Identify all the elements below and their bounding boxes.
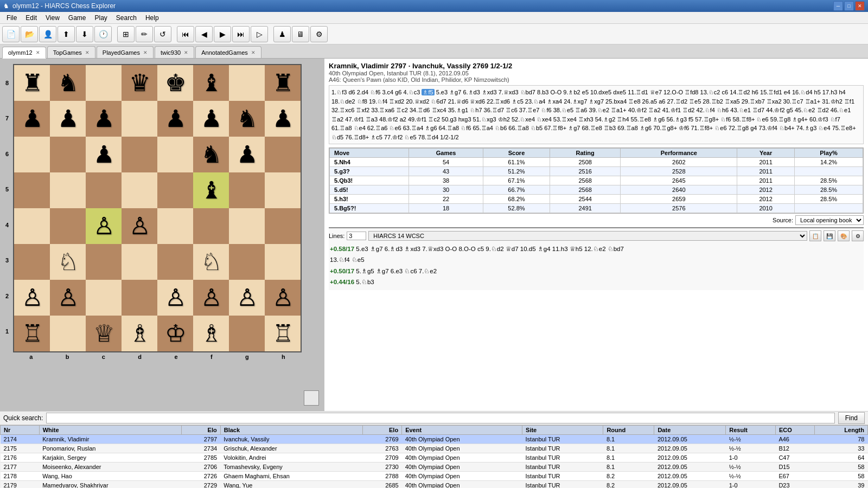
square-d3[interactable] <box>122 244 157 280</box>
current-move[interactable]: ♗f5 <box>422 89 434 95</box>
square-h6[interactable] <box>265 137 301 172</box>
square-b6[interactable] <box>50 137 86 172</box>
square-e3[interactable] <box>157 244 193 280</box>
square-h8[interactable]: ♜ <box>265 65 301 101</box>
square-b2[interactable]: ♙ <box>50 280 86 316</box>
square-d2[interactable] <box>122 280 157 316</box>
download-btn[interactable]: ⬇ <box>76 26 93 42</box>
square-c6[interactable]: ♟ <box>86 137 122 172</box>
menu-search[interactable]: Search <box>112 13 141 23</box>
edit-btn[interactable]: ✏ <box>136 26 153 42</box>
col-rating[interactable]: Rating <box>550 149 621 158</box>
square-c8[interactable] <box>86 65 122 101</box>
col-event[interactable]: Event <box>402 426 522 435</box>
book-row[interactable]: 5.d5! 30 66.7% 2568 2640 2012 28.5% <box>330 185 863 195</box>
menu-file[interactable]: File <box>2 13 21 23</box>
engine-btn[interactable]: 🖥 <box>292 26 309 42</box>
col-eco[interactable]: ECO <box>775 426 814 435</box>
square-f3[interactable]: ♘ <box>193 244 229 280</box>
square-f1[interactable]: ♗ <box>193 316 229 351</box>
square-b1[interactable] <box>50 316 86 351</box>
square-c5[interactable] <box>86 172 122 208</box>
col-white[interactable]: White <box>39 426 181 435</box>
square-e2[interactable]: ♙ <box>157 280 193 316</box>
square-a1[interactable]: ♖ <box>14 316 50 351</box>
col-play[interactable]: Play% <box>794 149 863 158</box>
engine-save-btn[interactable]: 💾 <box>824 230 835 241</box>
game-row[interactable]: 2179 Mamedyarov, Shakhriyar 2729 Wang, Y… <box>1 481 868 489</box>
menu-play[interactable]: Play <box>91 13 112 23</box>
square-a6[interactable] <box>14 137 50 172</box>
col-site[interactable]: Site <box>522 426 603 435</box>
game-row[interactable]: 2175 Ponomariov, Ruslan 2734 Grischuk, A… <box>1 444 868 453</box>
square-g8[interactable] <box>229 65 265 101</box>
tab-annotatedgames[interactable]: AnnotatedGames ✕ <box>195 46 261 58</box>
tab-close-playedgames[interactable]: ✕ <box>143 50 148 55</box>
square-e7[interactable]: ♟ <box>157 101 193 137</box>
tab-close-topgames[interactable]: ✕ <box>85 50 90 55</box>
col-welo[interactable]: Elo <box>182 426 221 435</box>
square-d5[interactable] <box>122 172 157 208</box>
tab-close-olymm12[interactable]: ✕ <box>36 50 40 55</box>
engine-color-btn[interactable]: 🎨 <box>838 230 850 241</box>
restore-btn[interactable]: □ <box>844 1 854 11</box>
col-date[interactable]: Date <box>654 426 726 435</box>
square-a4[interactable] <box>14 208 50 244</box>
player-btn[interactable]: 👤 <box>39 26 56 42</box>
nav-next[interactable]: ▶ <box>214 26 231 42</box>
tab-playedgames[interactable]: PlayedGames ✕ <box>97 46 154 58</box>
square-a8[interactable]: ♜ <box>14 65 50 101</box>
quick-search-input[interactable] <box>46 413 834 423</box>
clock-btn[interactable]: 🕐 <box>94 26 112 42</box>
rotate-btn[interactable]: ↺ <box>154 26 171 42</box>
col-belo[interactable]: Elo <box>363 426 402 435</box>
book-row[interactable]: 5.Bg5?! 18 52.8% 2491 2576 2010 <box>330 204 863 213</box>
square-e1[interactable]: ♔ <box>157 316 193 351</box>
square-d1[interactable]: ♗ <box>122 316 157 351</box>
game-row[interactable]: 2176 Karjakin, Sergey 2785 Volokitin, An… <box>1 453 868 463</box>
menu-view[interactable]: View <box>41 13 64 23</box>
square-d6[interactable] <box>122 137 157 172</box>
square-h4[interactable] <box>265 208 301 244</box>
board-btn[interactable]: ⊞ <box>117 26 135 42</box>
nav-end[interactable]: ⏭ <box>232 26 250 42</box>
square-g5[interactable] <box>229 172 265 208</box>
square-h3[interactable] <box>265 244 301 280</box>
square-e5[interactable] <box>157 172 193 208</box>
square-b8[interactable]: ♞ <box>50 65 86 101</box>
tab-twic930[interactable]: twic930 ✕ <box>155 46 194 58</box>
square-f4[interactable] <box>193 208 229 244</box>
square-c2[interactable] <box>86 280 122 316</box>
square-g3[interactable] <box>229 244 265 280</box>
book-row[interactable]: 5.h3! 22 68.2% 2544 2659 2012 28.5% <box>330 195 863 204</box>
square-d7[interactable] <box>122 101 157 137</box>
square-c4[interactable]: ♙ <box>86 208 122 244</box>
square-g6[interactable]: ♟ <box>229 137 265 172</box>
chess-board[interactable]: ♜♞♛♚♝♜♟♟♟♟♟♞♟♟♞♟♝♙♙♘♘♙♙♙♙♙♙♖♕♗♔♗♖ <box>13 64 302 352</box>
square-c1[interactable]: ♕ <box>86 316 122 351</box>
find-button[interactable]: Find <box>838 412 865 424</box>
square-b3[interactable]: ♘ <box>50 244 86 280</box>
col-year[interactable]: Year <box>737 149 795 158</box>
play-btn[interactable]: ▷ <box>251 26 268 42</box>
square-e8[interactable]: ♚ <box>157 65 193 101</box>
book-row[interactable]: 5.Qb3! 38 67.1% 2568 2645 2011 28.5% <box>330 176 863 185</box>
game-row[interactable]: 2177 Moiseenko, Alexander 2706 Tomashevs… <box>1 463 868 472</box>
square-e4[interactable] <box>157 208 193 244</box>
square-f2[interactable]: ♙ <box>193 280 229 316</box>
source-dropdown[interactable]: Local opening book <box>795 215 864 225</box>
col-nr[interactable]: Nr <box>1 426 40 435</box>
player2-btn[interactable]: ♟ <box>273 26 291 42</box>
tab-close-twic930[interactable]: ✕ <box>184 50 188 55</box>
col-result[interactable]: Result <box>726 426 776 435</box>
tab-topgames[interactable]: TopGames ✕ <box>47 46 95 58</box>
new-btn[interactable]: 📄 <box>2 26 20 42</box>
tab-close-annotated[interactable]: ✕ <box>251 50 256 55</box>
square-d4[interactable]: ♙ <box>122 208 157 244</box>
square-h1[interactable]: ♖ <box>265 316 301 351</box>
minimize-btn[interactable]: ─ <box>833 1 843 11</box>
square-a7[interactable]: ♟ <box>14 101 50 137</box>
close-btn[interactable]: ✕ <box>855 1 865 11</box>
square-g7[interactable]: ♞ <box>229 101 265 137</box>
square-b4[interactable] <box>50 208 86 244</box>
